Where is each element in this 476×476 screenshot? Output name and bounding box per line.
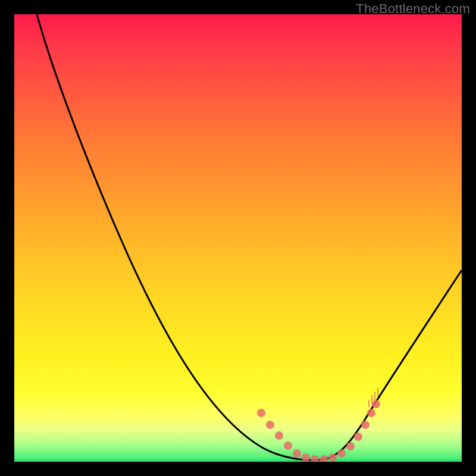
svg-point-9	[337, 449, 346, 458]
svg-point-4	[293, 449, 301, 458]
svg-point-14	[372, 400, 380, 408]
svg-point-7	[320, 455, 328, 462]
svg-point-3	[284, 441, 292, 450]
svg-point-8	[328, 453, 337, 462]
svg-point-12	[361, 421, 369, 429]
svg-point-11	[354, 433, 362, 441]
svg-point-0	[257, 409, 265, 417]
svg-point-2	[275, 431, 283, 440]
bottleneck-curve-line	[37, 14, 462, 460]
svg-point-5	[302, 453, 310, 462]
svg-point-13	[367, 409, 375, 417]
svg-point-1	[266, 421, 274, 429]
bottleneck-curve-svg	[14, 14, 462, 462]
sampled-markers	[257, 400, 380, 462]
chart-plot-area	[14, 14, 462, 462]
svg-point-6	[311, 455, 319, 462]
watermark-text: TheBottleneck.com	[356, 1, 470, 17]
svg-point-10	[346, 442, 355, 450]
